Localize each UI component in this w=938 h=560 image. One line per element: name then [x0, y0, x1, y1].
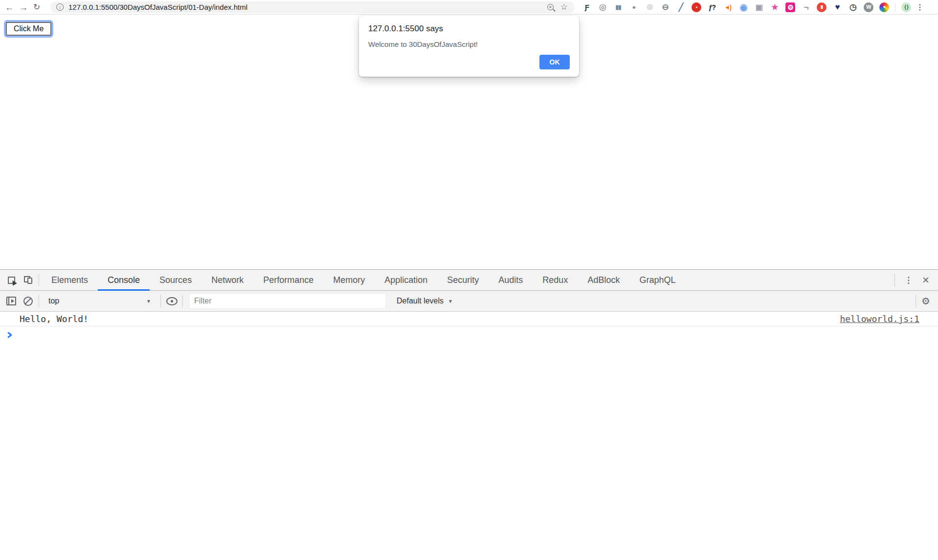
url-text[interactable]: 127.0.0.1:5500/30DaysOfJavaScript/01-Day… [68, 3, 247, 11]
site-info-icon[interactable]: i [56, 3, 64, 11]
console-source-link[interactable]: helloworld.js:1 [840, 314, 919, 324]
console-settings-gear-icon[interactable]: ⚙ [918, 296, 933, 306]
megaphone-icon[interactable]: ◄) [723, 2, 733, 12]
tab-audits[interactable]: Audits [489, 270, 533, 290]
extensions-divider [895, 3, 895, 11]
live-expression-button[interactable] [163, 291, 180, 311]
browser-menu-icon[interactable]: ⋮ [916, 2, 924, 12]
console-prompt[interactable] [0, 326, 938, 339]
gauge-icon[interactable]: ◷ [848, 2, 858, 12]
browser-window: ← → ↻ i 127.0.0.1:5500/30DaysOfJavaScrip… [0, 0, 938, 560]
tab-redux[interactable]: Redux [533, 270, 578, 290]
alert-dialog: 127.0.0.1:5500 says Welcome to 30DaysOfJ… [359, 16, 579, 77]
devtools-panel: Elements Console Sources Network Perform… [0, 269, 938, 339]
tab-console[interactable]: Console [98, 270, 150, 290]
browser-toolbar: ← → ↻ i 127.0.0.1:5500/30DaysOfJavaScrip… [0, 0, 938, 15]
log-levels-dropdown-icon: ▼ [448, 299, 453, 304]
context-dropdown-icon: ▼ [146, 299, 151, 304]
toolbar-divider-2 [160, 295, 161, 307]
alert-title: 127.0.0.1:5500 says [368, 24, 570, 34]
inspect-cursor-icon [8, 277, 15, 284]
pink-star-icon[interactable]: ★ [770, 2, 780, 12]
devtools-close-icon[interactable]: × [919, 274, 932, 286]
lens-blue-icon[interactable]: ◉ [738, 2, 748, 12]
reload-icon[interactable]: ↻ [33, 3, 47, 11]
inspect-element-button[interactable] [3, 270, 20, 290]
context-selector[interactable]: top ▼ [42, 297, 158, 305]
tab-graphql[interactable]: GraphQL [629, 270, 685, 290]
tab-sources[interactable]: Sources [150, 270, 201, 290]
snowflake-icon[interactable]: ⊛ [645, 2, 654, 12]
click-me-button[interactable]: Click Me [6, 22, 51, 36]
alert-ok-button[interactable]: OK [539, 55, 570, 69]
forward-icon[interactable]: → [19, 3, 33, 12]
console-log-row: Hello, World! helloworld.js:1 [0, 312, 938, 326]
console-drawer-icon [6, 297, 16, 305]
zoom-icon[interactable]: + [547, 4, 554, 10]
heart-search-icon[interactable]: ♥ [832, 2, 842, 12]
rings-icon[interactable]: ◎ [598, 2, 607, 12]
bookmark-star-icon[interactable]: ☆ [560, 3, 568, 11]
tabbar-divider [39, 274, 39, 286]
console-filter-input[interactable] [190, 294, 385, 308]
toolbar-divider-1 [39, 295, 39, 307]
page-content: Click Me 127.0.0.1:5500 says Welcome to … [0, 15, 938, 269]
tab-performance[interactable]: Performance [253, 270, 323, 290]
tab-adblock[interactable]: AdBlock [578, 270, 629, 290]
w-circle-icon[interactable]: W [864, 2, 873, 12]
bookmark-red-icon[interactable]: ▮ [817, 2, 826, 12]
clear-console-button[interactable] [20, 291, 36, 311]
tab-application[interactable]: Application [375, 270, 437, 290]
context-selector-value: top [48, 297, 59, 305]
function-help-icon[interactable]: ƒ? [707, 2, 717, 12]
address-bar[interactable]: i 127.0.0.1:5500/30DaysOfJavaScript/01-D… [50, 1, 575, 13]
console-sidebar-button[interactable] [3, 291, 20, 311]
bug-icon[interactable]: ● [629, 2, 639, 12]
tab-elements[interactable]: Elements [42, 270, 98, 290]
device-toolbar-button[interactable] [20, 270, 36, 290]
log-levels-value: Default levels [397, 297, 444, 305]
prompt-chevron-icon [6, 331, 13, 339]
eyedropper-icon[interactable]: ╱ [676, 2, 686, 12]
console-log-text: Hello, World! [20, 314, 89, 324]
extensions-area: Ƒ◎▮▮●⊛⊖╱▪ƒ?◄)◉▣★⚙¬▮♥◷W●{ } [582, 2, 911, 12]
log-levels-selector[interactable]: Default levels ▼ [397, 297, 453, 305]
minus-circle-icon[interactable]: ⊖ [660, 2, 670, 12]
eye-icon [166, 297, 178, 305]
pink-gear-icon[interactable]: ⚙ [785, 2, 795, 12]
tabbar-divider-right [894, 274, 895, 286]
stop-hand-icon[interactable]: ▪ [692, 2, 701, 12]
alert-message: Welcome to 30DaysOfJavaScript! [368, 40, 570, 48]
elbow-pipe-icon[interactable]: ¬ [801, 2, 811, 12]
devtools-menu-icon[interactable]: ⋮ [897, 275, 919, 285]
color-ring-icon[interactable]: ● [879, 2, 889, 12]
columns-icon[interactable]: ▮▮ [613, 2, 623, 12]
formatter-icon[interactable]: Ƒ [582, 2, 592, 12]
back-icon[interactable]: ← [5, 3, 19, 12]
camera-icon[interactable]: ▣ [754, 2, 764, 12]
toolbar-divider-4 [916, 295, 916, 307]
tab-security[interactable]: Security [437, 270, 489, 290]
clear-console-icon [23, 297, 33, 306]
tab-memory[interactable]: Memory [323, 270, 375, 290]
devtools-tab-bar: Elements Console Sources Network Perform… [0, 270, 938, 291]
tab-network[interactable]: Network [201, 270, 253, 290]
toolbar-divider-3 [182, 295, 183, 307]
console-toolbar: top ▼ Default levels ▼ ⚙ [0, 291, 938, 312]
device-toolbar-icon [24, 276, 32, 284]
json-braces-icon[interactable]: { } [901, 2, 911, 12]
